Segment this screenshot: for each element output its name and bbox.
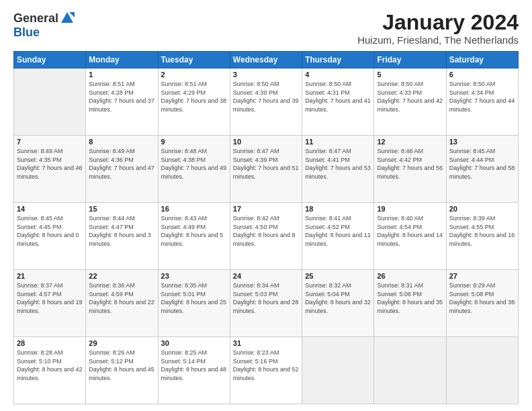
logo-icon bbox=[60, 11, 75, 26]
calendar-header-thursday: Thursday bbox=[302, 52, 374, 68]
day-number: 18 bbox=[305, 205, 371, 213]
calendar-cell: 28Sunrise: 8:28 AMSunset: 5:10 PMDayligh… bbox=[14, 337, 86, 404]
calendar-week-row: 7Sunrise: 8:49 AMSunset: 4:35 PMDaylight… bbox=[14, 136, 519, 203]
calendar-cell: 24Sunrise: 8:34 AMSunset: 5:03 PMDayligh… bbox=[230, 270, 302, 337]
calendar-cell: 25Sunrise: 8:32 AMSunset: 5:04 PMDayligh… bbox=[302, 270, 374, 337]
calendar-cell: 21Sunrise: 8:37 AMSunset: 4:57 PMDayligh… bbox=[14, 270, 86, 337]
day-info: Sunrise: 8:39 AMSunset: 4:55 PMDaylight:… bbox=[449, 214, 515, 248]
calendar-week-row: 21Sunrise: 8:37 AMSunset: 4:57 PMDayligh… bbox=[14, 270, 519, 337]
day-number: 20 bbox=[449, 205, 515, 213]
day-number: 4 bbox=[305, 71, 371, 79]
calendar-header-monday: Monday bbox=[86, 52, 158, 68]
calendar-cell: 19Sunrise: 8:40 AMSunset: 4:54 PMDayligh… bbox=[374, 203, 446, 270]
calendar-table: SundayMondayTuesdayWednesdayThursdayFrid… bbox=[13, 51, 519, 404]
day-number: 2 bbox=[161, 71, 227, 79]
day-info: Sunrise: 8:40 AMSunset: 4:54 PMDaylight:… bbox=[377, 214, 443, 248]
day-number: 28 bbox=[17, 339, 83, 347]
calendar-cell: 4Sunrise: 8:50 AMSunset: 4:31 PMDaylight… bbox=[302, 68, 374, 136]
day-info: Sunrise: 8:42 AMSunset: 4:50 PMDaylight:… bbox=[233, 214, 299, 248]
day-info: Sunrise: 8:43 AMSunset: 4:49 PMDaylight:… bbox=[161, 214, 227, 248]
calendar-cell: 18Sunrise: 8:41 AMSunset: 4:52 PMDayligh… bbox=[302, 203, 374, 270]
day-info: Sunrise: 8:45 AMSunset: 4:45 PMDaylight:… bbox=[17, 214, 83, 248]
day-number: 10 bbox=[233, 138, 299, 146]
day-number: 27 bbox=[449, 272, 515, 280]
title-block: January 2024 Huizum, Friesland, The Neth… bbox=[357, 11, 519, 46]
calendar-cell bbox=[446, 337, 518, 404]
day-info: Sunrise: 8:26 AMSunset: 5:12 PMDaylight:… bbox=[89, 349, 154, 382]
day-number: 24 bbox=[233, 272, 299, 280]
calendar-cell: 8Sunrise: 8:49 AMSunset: 4:36 PMDaylight… bbox=[86, 136, 158, 203]
calendar-cell: 14Sunrise: 8:45 AMSunset: 4:45 PMDayligh… bbox=[14, 203, 86, 270]
day-info: Sunrise: 8:51 AMSunset: 4:29 PMDaylight:… bbox=[161, 80, 227, 113]
day-info: Sunrise: 8:32 AMSunset: 5:04 PMDaylight:… bbox=[305, 281, 371, 315]
day-number: 19 bbox=[377, 205, 443, 213]
calendar-cell: 2Sunrise: 8:51 AMSunset: 4:29 PMDaylight… bbox=[158, 68, 230, 136]
day-info: Sunrise: 8:45 AMSunset: 4:44 PMDaylight:… bbox=[449, 147, 515, 181]
day-info: Sunrise: 8:48 AMSunset: 4:38 PMDaylight:… bbox=[161, 147, 227, 181]
month-title: January 2024 bbox=[357, 11, 519, 34]
calendar-header-sunday: Sunday bbox=[14, 52, 86, 68]
day-info: Sunrise: 8:47 AMSunset: 4:39 PMDaylight:… bbox=[233, 147, 299, 181]
day-number: 14 bbox=[17, 205, 83, 213]
day-info: Sunrise: 8:49 AMSunset: 4:36 PMDaylight:… bbox=[89, 147, 154, 181]
day-number: 6 bbox=[449, 71, 515, 79]
calendar-cell: 6Sunrise: 8:50 AMSunset: 4:34 PMDaylight… bbox=[446, 68, 518, 136]
calendar-cell: 27Sunrise: 8:29 AMSunset: 5:08 PMDayligh… bbox=[446, 270, 518, 337]
day-info: Sunrise: 8:28 AMSunset: 5:10 PMDaylight:… bbox=[17, 349, 83, 382]
day-number: 12 bbox=[377, 138, 443, 146]
day-number: 25 bbox=[305, 272, 371, 280]
calendar-cell bbox=[302, 337, 374, 404]
calendar-header-row: SundayMondayTuesdayWednesdayThursdayFrid… bbox=[14, 52, 519, 68]
day-number: 1 bbox=[89, 71, 154, 79]
day-number: 29 bbox=[89, 339, 154, 347]
day-number: 9 bbox=[161, 138, 227, 146]
day-info: Sunrise: 8:50 AMSunset: 4:34 PMDaylight:… bbox=[449, 80, 515, 113]
day-number: 23 bbox=[161, 272, 227, 280]
day-number: 3 bbox=[233, 71, 299, 79]
calendar-header-friday: Friday bbox=[374, 52, 446, 68]
calendar-header-wednesday: Wednesday bbox=[230, 52, 302, 68]
logo: General Blue bbox=[13, 11, 75, 40]
svg-marker-1 bbox=[69, 12, 75, 17]
calendar-header-saturday: Saturday bbox=[446, 52, 518, 68]
day-info: Sunrise: 8:44 AMSunset: 4:47 PMDaylight:… bbox=[89, 214, 154, 248]
day-number: 26 bbox=[377, 272, 443, 280]
calendar-cell: 7Sunrise: 8:49 AMSunset: 4:35 PMDaylight… bbox=[14, 136, 86, 203]
day-info: Sunrise: 8:51 AMSunset: 4:28 PMDaylight:… bbox=[89, 80, 154, 113]
calendar-header-tuesday: Tuesday bbox=[158, 52, 230, 68]
day-info: Sunrise: 8:46 AMSunset: 4:42 PMDaylight:… bbox=[377, 147, 443, 181]
day-number: 13 bbox=[449, 138, 515, 146]
logo-blue-text: Blue bbox=[13, 26, 40, 40]
day-number: 31 bbox=[233, 339, 299, 347]
calendar-cell: 3Sunrise: 8:50 AMSunset: 4:30 PMDaylight… bbox=[230, 68, 302, 136]
calendar-week-row: 14Sunrise: 8:45 AMSunset: 4:45 PMDayligh… bbox=[14, 203, 519, 270]
calendar-cell: 31Sunrise: 8:23 AMSunset: 5:16 PMDayligh… bbox=[230, 337, 302, 404]
day-number: 16 bbox=[161, 205, 227, 213]
calendar-cell: 20Sunrise: 8:39 AMSunset: 4:55 PMDayligh… bbox=[446, 203, 518, 270]
day-number: 15 bbox=[89, 205, 154, 213]
calendar-cell: 22Sunrise: 8:36 AMSunset: 4:59 PMDayligh… bbox=[86, 270, 158, 337]
calendar-cell: 10Sunrise: 8:47 AMSunset: 4:39 PMDayligh… bbox=[230, 136, 302, 203]
calendar-cell: 23Sunrise: 8:35 AMSunset: 5:01 PMDayligh… bbox=[158, 270, 230, 337]
calendar-cell: 15Sunrise: 8:44 AMSunset: 4:47 PMDayligh… bbox=[86, 203, 158, 270]
day-number: 30 bbox=[161, 339, 227, 347]
day-info: Sunrise: 8:29 AMSunset: 5:08 PMDaylight:… bbox=[449, 281, 515, 315]
calendar-cell: 30Sunrise: 8:25 AMSunset: 5:14 PMDayligh… bbox=[158, 337, 230, 404]
location-title: Huizum, Friesland, The Netherlands bbox=[357, 34, 519, 46]
day-number: 21 bbox=[17, 272, 83, 280]
calendar-cell: 9Sunrise: 8:48 AMSunset: 4:38 PMDaylight… bbox=[158, 136, 230, 203]
day-number: 5 bbox=[377, 71, 443, 79]
day-info: Sunrise: 8:41 AMSunset: 4:52 PMDaylight:… bbox=[305, 214, 371, 248]
day-number: 7 bbox=[17, 138, 83, 146]
day-info: Sunrise: 8:36 AMSunset: 4:59 PMDaylight:… bbox=[89, 281, 154, 315]
logo-general-text: General bbox=[13, 11, 58, 26]
calendar-cell: 17Sunrise: 8:42 AMSunset: 4:50 PMDayligh… bbox=[230, 203, 302, 270]
calendar-cell: 12Sunrise: 8:46 AMSunset: 4:42 PMDayligh… bbox=[374, 136, 446, 203]
day-info: Sunrise: 8:23 AMSunset: 5:16 PMDaylight:… bbox=[233, 349, 299, 382]
day-number: 22 bbox=[89, 272, 154, 280]
calendar-cell: 13Sunrise: 8:45 AMSunset: 4:44 PMDayligh… bbox=[446, 136, 518, 203]
day-info: Sunrise: 8:49 AMSunset: 4:35 PMDaylight:… bbox=[17, 147, 83, 181]
calendar-body: 1Sunrise: 8:51 AMSunset: 4:28 PMDaylight… bbox=[14, 68, 519, 404]
calendar-cell: 16Sunrise: 8:43 AMSunset: 4:49 PMDayligh… bbox=[158, 203, 230, 270]
header: General Blue January 2024 Huizum, Friesl… bbox=[13, 11, 519, 46]
